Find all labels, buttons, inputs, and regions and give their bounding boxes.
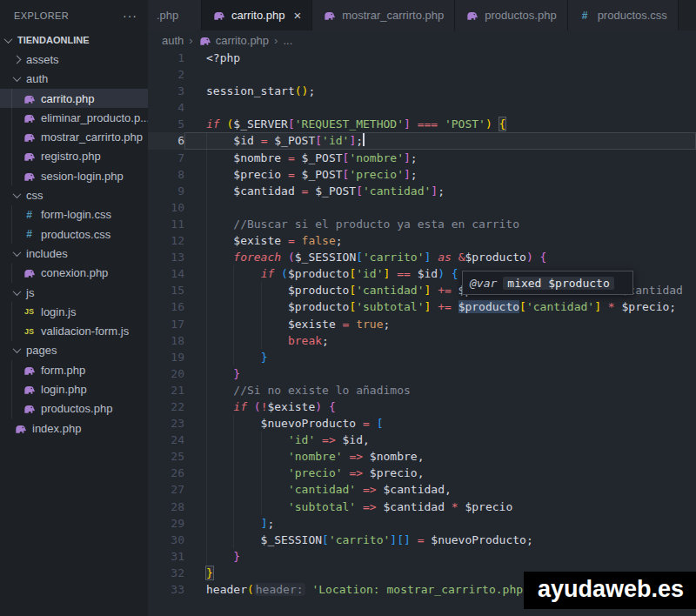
tree-item-pages[interactable]: pages bbox=[0, 341, 148, 360]
tab-mostrar-carrirto-php[interactable]: mostrar_carrirto.php bbox=[312, 0, 455, 30]
code-line[interactable]: 13 foreach ($_SESSION['carrito'] as &$pr… bbox=[148, 249, 696, 265]
indent-guide bbox=[206, 232, 207, 249]
code-line[interactable]: 21 //Si no existe lo añadimos bbox=[148, 382, 696, 398]
line-number: 6 bbox=[148, 132, 184, 149]
tree-item-js[interactable]: js bbox=[0, 283, 148, 302]
indent-guide bbox=[206, 183, 207, 199]
tree-item-label: validacion-form.js bbox=[41, 325, 129, 338]
tree-root-tiendaonline[interactable]: TIENDAONLINE bbox=[0, 30, 148, 50]
breadcrumb-item-[interactable]: ... bbox=[283, 34, 292, 47]
code-line[interactable]: 5if ($_SERVER['REQUEST_METHOD'] === 'POS… bbox=[148, 116, 696, 132]
indent-guide bbox=[206, 298, 207, 315]
code-line[interactable]: 30 $_SESSION['carrito'][] = $nuevoProduc… bbox=[148, 532, 696, 548]
indent-guide bbox=[206, 166, 207, 183]
tree-item-label: productos.css bbox=[41, 228, 110, 241]
code-line[interactable]: 17 $existe = true; bbox=[148, 316, 696, 332]
tab-php[interactable]: .php bbox=[148, 0, 202, 30]
code-line-content: 'id' => $id, bbox=[184, 432, 696, 448]
code-line[interactable]: 4 bbox=[148, 99, 696, 116]
php-icon bbox=[198, 34, 211, 47]
tree-item-assets[interactable]: assets bbox=[0, 50, 148, 69]
code-line[interactable]: 29 ]; bbox=[148, 515, 696, 532]
code-line-content: $precio = $_POST['precio']; bbox=[184, 166, 696, 183]
code-line[interactable]: 10 bbox=[148, 199, 696, 216]
code-line[interactable]: 12 $existe = false; bbox=[148, 232, 696, 249]
code-line[interactable]: 31 } bbox=[148, 548, 696, 565]
tree-item-conexion-php[interactable]: conexion.php bbox=[0, 264, 148, 283]
code-line-content: 'subtotal' => $cantidad * $precio bbox=[184, 499, 696, 515]
tree-item-eliminar-producto-p[interactable]: eliminar_producto.p... bbox=[0, 108, 148, 127]
close-icon[interactable]: × bbox=[293, 9, 301, 22]
tree-item-validacion-form-js[interactable]: JSvalidacion-form.js bbox=[0, 321, 148, 340]
tree-item-carrito-php[interactable]: carrito.php bbox=[0, 89, 148, 108]
code-line-content: if ($_SERVER['REQUEST_METHOD'] === 'POST… bbox=[184, 116, 696, 132]
code-line[interactable]: 7 $nombre = $_POST['nombre']; bbox=[148, 150, 696, 166]
tree-item-label: form.php bbox=[41, 364, 85, 377]
code-line[interactable]: 26 'precio' => $precio, bbox=[148, 465, 696, 481]
indent-guide bbox=[206, 316, 207, 332]
code-line[interactable]: 6 $id = $_POST['id']; bbox=[148, 132, 696, 149]
line-number: 10 bbox=[148, 199, 184, 216]
code-line[interactable]: 20 } bbox=[148, 365, 696, 382]
code-line-content: $existe = false; bbox=[184, 232, 696, 249]
tree-item-productos-php[interactable]: productos.php bbox=[0, 399, 148, 418]
line-number: 2 bbox=[148, 66, 184, 83]
code-line[interactable]: 8 $precio = $_POST['precio']; bbox=[148, 166, 696, 183]
tab-productos-css[interactable]: #productos.css bbox=[568, 0, 679, 30]
indent-guide bbox=[261, 448, 262, 465]
breadcrumb-item-carrito-php[interactable]: carrito.php bbox=[216, 34, 269, 47]
tree-item-label: css bbox=[26, 189, 44, 202]
root-folder-label: TIENDAONLINE bbox=[17, 35, 90, 45]
code-line[interactable]: 3session_start(); bbox=[148, 83, 696, 99]
tree-item-mostrar-carrirto-php[interactable]: mostrar_carrirto.php bbox=[0, 127, 148, 146]
code-line[interactable]: 11 //Buscar si el producto ya esta en ca… bbox=[148, 216, 696, 232]
indent-guide bbox=[206, 432, 207, 448]
code-line-content: } bbox=[184, 365, 696, 382]
code-line[interactable]: 25 'nombre' => $nombre, bbox=[148, 448, 696, 465]
code-line[interactable]: 24 'id' => $id, bbox=[148, 432, 696, 448]
tree-item-registro-php[interactable]: registro.php bbox=[0, 147, 148, 166]
breadcrumb: auth›carrito.php›... bbox=[148, 30, 696, 50]
tree-item-index-php[interactable]: index.php bbox=[0, 418, 148, 438]
js-icon: JS bbox=[23, 325, 36, 338]
indent-guide bbox=[206, 499, 207, 515]
code-line[interactable]: 16 $producto['subtotal'] += $producto['c… bbox=[148, 298, 696, 315]
code-line[interactable]: 18 break; bbox=[148, 332, 696, 349]
indent-guide bbox=[206, 249, 207, 265]
code-line[interactable]: 9 $cantidad = $_POST['cantidad']; bbox=[148, 183, 696, 199]
tree-item-login-php[interactable]: login.php bbox=[0, 379, 148, 398]
code-line[interactable]: 23 $nuevoProducto = [ bbox=[148, 415, 696, 432]
tab-productos-php[interactable]: productos.php bbox=[455, 0, 567, 30]
tree-item-productos-css[interactable]: #productos.css bbox=[0, 224, 148, 244]
hover-type-chip: mixed $producto bbox=[503, 277, 613, 290]
tree-item-login-js[interactable]: JSlogin.js bbox=[0, 302, 148, 321]
code-line[interactable]: 28 'subtotal' => $cantidad * $precio bbox=[148, 499, 696, 515]
tree-item-auth[interactable]: auth bbox=[0, 70, 148, 89]
indent-guide bbox=[233, 298, 234, 315]
line-number: 3 bbox=[148, 83, 184, 99]
css-icon: # bbox=[579, 9, 592, 22]
code-line-content: $_SESSION['carrito'][] = $nuevoProducto; bbox=[184, 532, 696, 548]
tree-item-includes[interactable]: includes bbox=[0, 244, 148, 263]
tree-item-form-login-css[interactable]: #form-login.css bbox=[0, 205, 148, 224]
tree-item-sesion-login-php[interactable]: sesion-login.php bbox=[0, 166, 148, 185]
hover-tooltip: @var mixed $producto bbox=[462, 271, 633, 295]
tree-item-css[interactable]: css bbox=[0, 185, 148, 204]
php-icon bbox=[212, 9, 225, 22]
more-actions-icon[interactable]: ··· bbox=[123, 9, 137, 23]
code-line[interactable]: 1<?php bbox=[148, 50, 696, 66]
tab-carrito-php[interactable]: carrito.php× bbox=[202, 0, 312, 30]
code-line[interactable]: 22 if (!$existe) { bbox=[148, 398, 696, 415]
code-editor[interactable]: 1<?php2 3session_start();4 5if ($_SERVER… bbox=[148, 50, 696, 616]
code-line[interactable]: 19 } bbox=[148, 349, 696, 365]
breadcrumb-item-auth[interactable]: auth bbox=[162, 34, 184, 47]
tree-item-form-php[interactable]: form.php bbox=[0, 360, 148, 379]
code-line[interactable]: 27 'cantidad' => $cantidad, bbox=[148, 481, 696, 498]
line-number: 32 bbox=[148, 565, 184, 581]
tree-item-label: js bbox=[26, 286, 34, 299]
code-line[interactable]: 2 bbox=[148, 66, 696, 83]
line-number: 33 bbox=[148, 581, 184, 598]
line-number: 11 bbox=[148, 216, 184, 232]
breadcrumb-separator-icon: › bbox=[274, 34, 278, 47]
php-icon bbox=[23, 92, 36, 105]
